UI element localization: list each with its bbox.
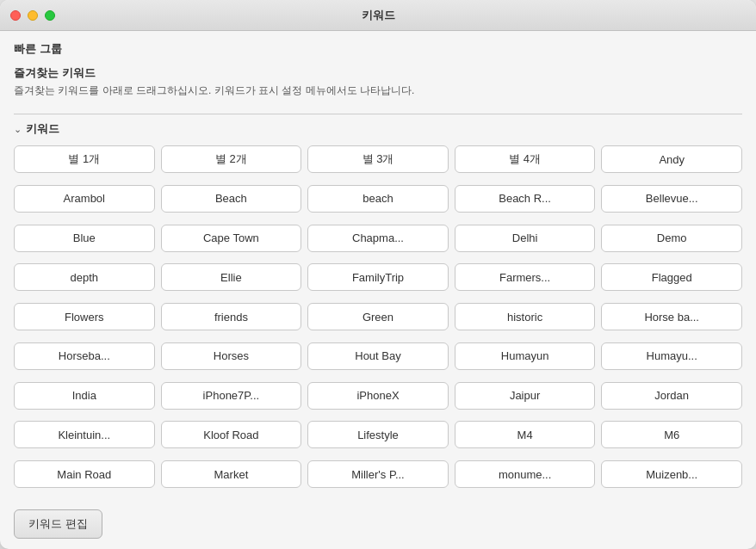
keyword-tag[interactable]: Hout Bay: [307, 342, 449, 370]
favorites-title: 즐겨찾는 키워드: [14, 65, 742, 81]
keyword-tag[interactable]: Bellevue...: [601, 185, 742, 213]
keyword-tag[interactable]: Green: [307, 303, 449, 330]
close-button[interactable]: [10, 10, 21, 21]
keyword-tag[interactable]: monume...: [455, 460, 596, 488]
keyword-tag[interactable]: beach: [307, 185, 449, 213]
keyword-tag[interactable]: Andy: [601, 145, 742, 173]
keyword-tag[interactable]: Flagged: [601, 263, 742, 291]
keyword-tag[interactable]: Flowers: [14, 303, 155, 330]
keyword-tag[interactable]: Horses: [161, 342, 302, 370]
keyword-tag[interactable]: depth: [14, 263, 155, 291]
edit-keywords-button[interactable]: 키워드 편집: [14, 509, 102, 539]
keyword-tag[interactable]: Humayun: [455, 342, 596, 370]
keywords-header: ⌄ 키워드: [14, 114, 742, 137]
chevron-down-icon: ⌄: [14, 124, 22, 135]
keyword-tag[interactable]: Jordan: [601, 382, 742, 410]
keyword-tag[interactable]: 별 4개: [455, 145, 596, 173]
keyword-tag[interactable]: Demo: [601, 225, 742, 252]
keyword-tag[interactable]: Farmers...: [455, 263, 596, 291]
keywords-grid: 별 1개별 2개별 3개별 4개AndyArambolBeachbeachBea…: [14, 145, 742, 501]
keyword-tag[interactable]: Main Road: [14, 460, 155, 488]
title-bar: 키워드: [0, 0, 756, 31]
keywords-section-label: 키워드: [26, 121, 59, 137]
main-window: 키워드 빠른 그룹 즐겨찾는 키워드 즐겨찾는 키워드를 아래로 드래그하십시오…: [0, 0, 756, 549]
keyword-tag[interactable]: Horseba...: [14, 342, 155, 370]
content-area: 빠른 그룹 즐겨찾는 키워드 즐겨찾는 키워드를 아래로 드래그하십시오. 키워…: [0, 31, 756, 501]
keyword-tag[interactable]: Kloof Road: [161, 421, 302, 448]
maximize-button[interactable]: [45, 10, 55, 21]
keyword-tag[interactable]: India: [14, 382, 155, 410]
keyword-tag[interactable]: Miller's P...: [307, 460, 449, 488]
keyword-tag[interactable]: Arambol: [14, 185, 155, 213]
quick-group-label: 빠른 그룹: [14, 41, 742, 57]
keyword-tag[interactable]: 별 2개: [161, 145, 302, 173]
keyword-tag[interactable]: Horse ba...: [601, 303, 742, 330]
keyword-tag[interactable]: Jaipur: [455, 382, 596, 410]
favorites-description: 즐겨찾는 키워드를 아래로 드래그하십시오. 키워드가 표시 설정 메뉴에서도 …: [14, 83, 742, 98]
keyword-tag[interactable]: iPhone7P...: [161, 382, 302, 410]
keyword-tag[interactable]: Beach R...: [455, 185, 596, 213]
keyword-tag[interactable]: Humayu...: [601, 342, 742, 370]
minimize-button[interactable]: [28, 10, 38, 21]
keyword-tag[interactable]: friends: [161, 303, 302, 330]
keyword-tag[interactable]: Beach: [161, 185, 302, 213]
keyword-tag[interactable]: historic: [455, 303, 596, 330]
keyword-tag[interactable]: iPhoneX: [307, 382, 449, 410]
window-title: 키워드: [362, 8, 395, 23]
keyword-tag[interactable]: Cape Town: [161, 225, 302, 252]
keyword-tag[interactable]: 별 1개: [14, 145, 155, 173]
keyword-tag[interactable]: Delhi: [455, 225, 596, 252]
keyword-tag[interactable]: Blue: [14, 225, 155, 252]
keyword-tag[interactable]: 별 3개: [307, 145, 449, 173]
footer: 키워드 편집: [0, 501, 756, 549]
keyword-tag[interactable]: M4: [455, 421, 596, 448]
keyword-tag[interactable]: FamilyTrip: [307, 263, 449, 291]
keyword-tag[interactable]: Lifestyle: [307, 421, 449, 448]
keyword-tag[interactable]: Kleintuin...: [14, 421, 155, 448]
keyword-tag[interactable]: Market: [161, 460, 302, 488]
traffic-lights: [10, 10, 55, 21]
favorites-section: 즐겨찾는 키워드 즐겨찾는 키워드를 아래로 드래그하십시오. 키워드가 표시 …: [14, 65, 742, 98]
keyword-tag[interactable]: M6: [601, 421, 742, 448]
keyword-tag[interactable]: Chapma...: [307, 225, 449, 252]
keyword-tag[interactable]: Ellie: [161, 263, 302, 291]
keyword-tag[interactable]: Muizenb...: [601, 460, 742, 488]
